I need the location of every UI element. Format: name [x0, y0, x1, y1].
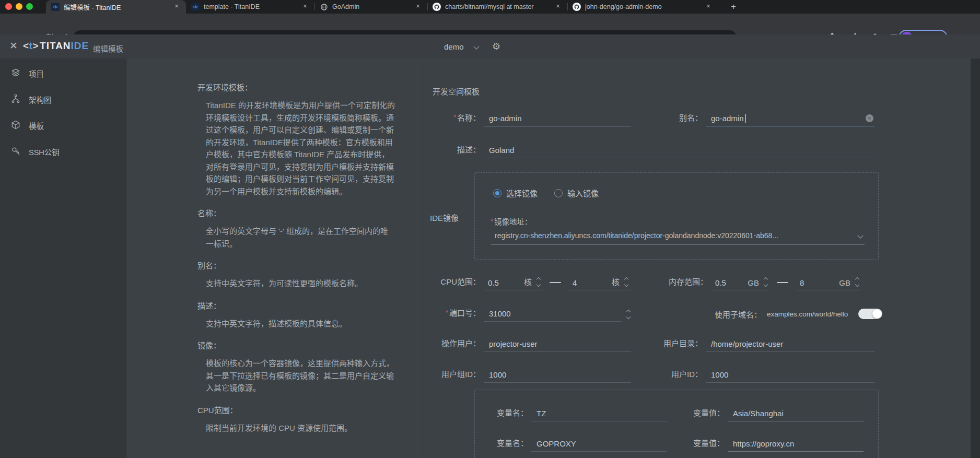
docs-body: TitanIDE 的开发环境模板是为用户提供一个可定制化的环境模板设计工具，生成… — [206, 99, 395, 197]
tab-go-admin-demo[interactable]: john-deng/go-admin-demo — [567, 0, 718, 14]
stepper-icon[interactable] — [536, 278, 541, 287]
tab-close-icon[interactable] — [301, 3, 309, 11]
env-name-input[interactable]: TZ — [531, 409, 667, 421]
group-id-input[interactable]: 1000 — [484, 370, 631, 383]
scrollbar[interactable] — [971, 58, 980, 458]
memory-range-label: 内存范围： — [659, 276, 708, 290]
docs-heading: CPU范围： — [197, 404, 395, 415]
cpu-min-unit: 核 — [524, 276, 532, 287]
tab-close-icon[interactable] — [414, 3, 422, 11]
tab-close-icon[interactable] — [704, 3, 713, 11]
env-name-value: TZ — [536, 409, 546, 418]
radio-select-image-label: 选择镜像 — [506, 187, 538, 198]
env-value-input[interactable]: Asia/Shanghai — [728, 409, 864, 421]
docs-heading: 别名： — [197, 260, 395, 271]
subdomain-value: examples.com/world/hello — [767, 310, 848, 318]
radio-input-image-label: 输入镜像 — [567, 187, 599, 198]
memory-min-input[interactable]: 0.5 GB — [711, 278, 769, 290]
clear-icon[interactable] — [866, 114, 873, 122]
image-source-radios: 选择镜像 输入镜像 — [493, 187, 599, 198]
stepper-icon[interactable] — [624, 278, 629, 287]
cpu-min-input[interactable]: 0.5 核 — [484, 276, 542, 290]
stepper-icon[interactable] — [763, 278, 768, 287]
op-user-input[interactable]: projector-user — [484, 339, 631, 352]
sidebar-item-architecture[interactable]: 架构图 — [0, 90, 126, 109]
ide-image-label: IDE镜像 — [430, 212, 459, 223]
env-value-label: 变量值： — [667, 437, 725, 452]
env-value-value: https://goproxy.cn — [733, 439, 794, 448]
env-var-row: 变量名： TZ 变量值： Asia/Shanghai — [491, 406, 864, 421]
docs-heading: 镜像： — [197, 339, 395, 350]
tab-title: GoAdmin — [332, 3, 410, 10]
group-id-label: 用户组ID： — [433, 368, 481, 383]
port-label: 端口号： — [433, 307, 481, 322]
group-id-value: 1000 — [489, 370, 506, 379]
globe-icon — [320, 3, 328, 11]
env-var-row: 变量名： GOPROXY 变量值： https://goproxy.cn — [491, 436, 864, 452]
stepper-icon[interactable] — [855, 278, 860, 287]
tab-title: 编辑模板 - TitanIDE — [64, 2, 168, 12]
stepper-icon[interactable] — [626, 310, 631, 320]
cpu-max-value: 4 — [573, 278, 612, 287]
image-address-dropdown[interactable]: registry.cn-shenzhen.aliyuncs.com/titani… — [491, 231, 865, 245]
logo-bracket: < — [23, 40, 29, 52]
tab-edit-template[interactable]: ‹t› 编辑模板 - TitanIDE — [46, 0, 186, 14]
cpu-max-input[interactable]: 4 核 — [568, 276, 630, 290]
field-subdomain: 使用子域名： examples.com/world/hello — [715, 306, 876, 322]
description-value: Goland — [489, 146, 514, 155]
memory-max-input[interactable]: 8 GB — [796, 278, 861, 290]
tab-goadmin[interactable]: GoAdmin — [314, 0, 427, 14]
tab-close-icon[interactable] — [554, 3, 562, 11]
env-value-value: Asia/Shanghai — [733, 409, 784, 418]
env-name-input[interactable]: GOPROXY — [531, 439, 667, 452]
description-input[interactable]: Goland — [484, 146, 874, 158]
chevron-down-icon[interactable] — [857, 232, 863, 238]
column-divider — [417, 58, 417, 458]
workspace-selector[interactable]: demo — [444, 42, 464, 51]
cpu-min-value: 0.5 — [488, 278, 524, 287]
docs-heading: 描述： — [197, 300, 395, 311]
new-tab-button[interactable]: + — [727, 1, 740, 13]
field-cpu-range: CPU范围： 0.5 核 4 核 — [433, 275, 648, 290]
text-cursor — [745, 114, 746, 123]
sidebar-item-templates[interactable]: 模板 — [0, 116, 126, 135]
alias-input[interactable]: go-admin — [706, 114, 874, 126]
sidebar-item-projects[interactable]: 项目 — [0, 64, 126, 83]
window-close-button[interactable] — [5, 3, 12, 10]
window-minimize-button[interactable] — [16, 3, 22, 10]
gear-icon[interactable]: ⚙ — [492, 41, 500, 52]
tab-title: template - TitanIDE — [204, 3, 297, 10]
radio-select-image[interactable] — [493, 189, 501, 197]
range-dash — [777, 282, 788, 283]
key-icon — [10, 146, 21, 158]
docs-body: 模板的核心为一个容器镜像，这里提供两种输入方式，其一是下拉选择已有模板的镜像；其… — [206, 357, 395, 394]
browser-toolbar: demo.titanide.cn/ide/web/workspace/templ… — [0, 14, 980, 34]
env-value-input[interactable]: https://goproxy.cn — [728, 439, 864, 452]
user-dir-value: /home/projector-user — [711, 339, 783, 348]
subdomain-toggle[interactable] — [858, 309, 882, 319]
logo-bracket: > — [32, 40, 39, 52]
window-zoom-button[interactable] — [26, 3, 33, 10]
user-dir-input[interactable]: /home/projector-user — [706, 339, 874, 352]
titanide-favicon-icon: ‹t› — [191, 3, 200, 11]
radio-input-image[interactable] — [554, 189, 563, 197]
titanide-logo: <t>TITANIDE — [23, 40, 89, 52]
docs-heading: 名称： — [197, 207, 395, 218]
tab-template[interactable]: ‹t› template - TitanIDE — [186, 0, 314, 14]
chevron-down-icon[interactable] — [473, 43, 479, 49]
port-input[interactable]: 31000 — [484, 309, 622, 322]
name-input[interactable]: go-admin — [484, 114, 631, 126]
range-dash — [550, 282, 561, 283]
field-group-id: 用户组ID： 1000 — [433, 367, 631, 383]
template-docs: 开发环境模板： TitanIDE 的开发环境模板是为用户提供一个可定制化的环境模… — [197, 81, 395, 444]
field-memory-range: 内存范围： 0.5 GB 8 GB — [659, 275, 876, 290]
close-icon[interactable]: ✕ — [7, 40, 20, 52]
tab-close-icon[interactable] — [172, 3, 181, 11]
image-address-label: 镜像地址： — [491, 216, 532, 227]
screen: ‹t› 编辑模板 - TitanIDE ‹t› template - Titan… — [0, 0, 980, 458]
tab-charts-bitnami-mysql[interactable]: charts/bitnami/mysql at master — [427, 0, 567, 14]
github-icon — [573, 3, 581, 11]
sidebar-item-ssh-keys[interactable]: SSH公钥 — [0, 142, 126, 161]
env-vars-box: 变量名： TZ 变量值： Asia/Shanghai 变量名： GOPROXY … — [474, 390, 879, 458]
user-id-input[interactable]: 1000 — [706, 370, 874, 383]
